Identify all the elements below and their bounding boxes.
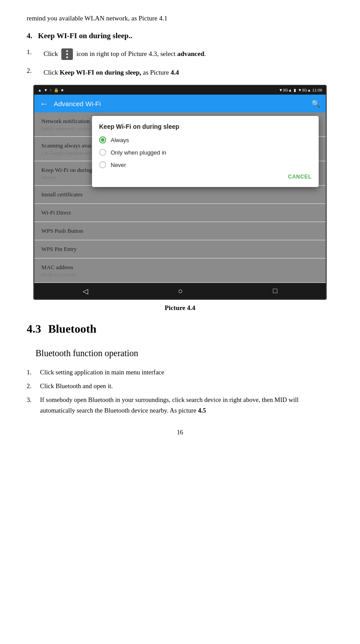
wifi-item-wps-push: WPS Push Button [34, 222, 326, 240]
step2-bold2: 4.4 [171, 69, 179, 76]
status-left: ▲ ▼ ↑ 🔒 ★ [38, 88, 64, 92]
step-1: 1. Click icon in right top of Picture 4.… [27, 48, 333, 60]
step1-post: icon in right top of Picture 4.3, select [76, 50, 177, 57]
step2-pre: Click [44, 69, 60, 76]
screenshot-content: Network notification Notify whenever a p… [34, 112, 326, 283]
section4-heading: 4. Keep WI-FI on during sleep.. [27, 32, 333, 40]
item-title: MAC address [41, 264, 319, 271]
step1-bold: advanced [177, 50, 204, 57]
dots-menu-icon [61, 48, 73, 60]
wifi-item-wps-pin: WPS Pin Entry [34, 240, 326, 258]
radio-always[interactable] [99, 136, 106, 143]
dialog-title: Keep Wi-Fi on during sleep [99, 123, 312, 130]
steps-list: 1. Click setting application in main men… [27, 367, 333, 416]
section-43: 4.3 Bluetooth Bluetooth function operati… [27, 322, 333, 416]
signal-icon: ▼3G▲ [279, 88, 292, 92]
back-button[interactable]: ← [40, 99, 48, 109]
step-2-num: 2. [27, 67, 44, 75]
dialog-option-always[interactable]: Always [99, 136, 312, 143]
dialog-box: Keep Wi-Fi on during sleep Always Only w… [92, 116, 319, 187]
nav-home-button[interactable]: ○ [178, 286, 183, 296]
step-1-content: Click icon in right top of Picture 4.3, … [44, 48, 206, 60]
list-item-3: 3. If somebody open Bluetooth in your su… [27, 395, 333, 415]
dialog-actions: CANCEL [99, 174, 312, 180]
list-num-2: 2. [27, 381, 36, 391]
section-43-header: 4.3 Bluetooth [27, 322, 333, 344]
item-title: Install certificates [41, 191, 319, 198]
intro-paragraph: remind you available WLAN network, as Pi… [27, 13, 333, 24]
step-1-num: 1. [27, 48, 44, 56]
status-bar: ▲ ▼ ↑ 🔒 ★ ▼3G▲ ▮ ▼3G▲ 11:06 [34, 86, 326, 95]
app-bar-title: Advanced Wi-Fi [54, 100, 306, 107]
subsection-heading: Bluetooth function operation [36, 348, 333, 358]
list-num-1: 1. [27, 367, 36, 378]
dialog-option-plugged[interactable]: Only when plugged in [99, 149, 312, 156]
nav-recent-button[interactable]: □ [273, 287, 277, 295]
list-num-3: 3. [27, 395, 36, 415]
item-title: WPS Push Button [41, 227, 319, 235]
list-text-3: If somebody open Bluetooth in your surro… [40, 395, 333, 415]
cancel-button[interactable]: CANCEL [288, 174, 312, 180]
time-display: ▼3G▲ 11:06 [298, 88, 322, 92]
item-title: WPS Pin Entry [41, 246, 319, 253]
search-icon[interactable]: 🔍 [312, 99, 320, 108]
step-2: 2. Click Keep WI-FI on during sleep, as … [27, 67, 333, 78]
phone-screenshot: ▲ ▼ ↑ 🔒 ★ ▼3G▲ ▮ ▼3G▲ 11:06 ← Advanced W… [33, 85, 327, 300]
option-label-plugged: Only when plugged in [111, 149, 166, 156]
step-2-content: Click Keep WI-FI on during sleep, as Pic… [44, 67, 179, 78]
wifi-item-direct: Wi-Fi Direct [34, 204, 326, 222]
nav-back-button[interactable]: ◁ [83, 287, 88, 295]
dialog-option-never[interactable]: Never [99, 161, 312, 168]
step1-pre: Click [44, 50, 58, 57]
step1-end: . [204, 50, 206, 57]
battery-icon: ▮ [294, 88, 296, 92]
app-bar: ← Advanced Wi-Fi 🔍 [34, 95, 326, 112]
wifi-item-mac: MAC address 00:08:22:1a:cb:65 [34, 258, 326, 283]
status-icons: ▲ ▼ ↑ 🔒 ★ [38, 88, 64, 92]
radio-never[interactable] [99, 161, 106, 168]
list-text-1: Click setting application in main menu i… [40, 367, 164, 378]
picture-caption: Picture 4.4 [27, 304, 333, 312]
page-number: 16 [27, 429, 333, 436]
option-label-always: Always [111, 137, 129, 143]
section-43-num: 4.3 [27, 322, 41, 336]
intro-text: remind you available WLAN network, as Pi… [27, 15, 168, 22]
list-item-2: 2. Click Bluetooth and open it. [27, 381, 333, 391]
wifi-item-cert: Install certificates [34, 186, 326, 204]
option-label-never: Never [111, 162, 126, 168]
step2-bold: Keep WI-FI on during sleep, [60, 69, 141, 76]
nav-bar: ◁ ○ □ [34, 283, 326, 299]
list-item-1: 1. Click setting application in main men… [27, 367, 333, 378]
item-sub: 00:08:22:1a:cb:65 [41, 272, 319, 277]
item-title: Wi-Fi Direct [41, 209, 319, 216]
status-right: ▼3G▲ ▮ ▼3G▲ 11:06 [279, 88, 322, 92]
step2-post: as Picture [141, 69, 171, 76]
list-text-2: Click Bluetooth and open it. [40, 381, 113, 391]
radio-plugged[interactable] [99, 149, 106, 156]
section-43-title: Bluetooth [48, 322, 96, 336]
